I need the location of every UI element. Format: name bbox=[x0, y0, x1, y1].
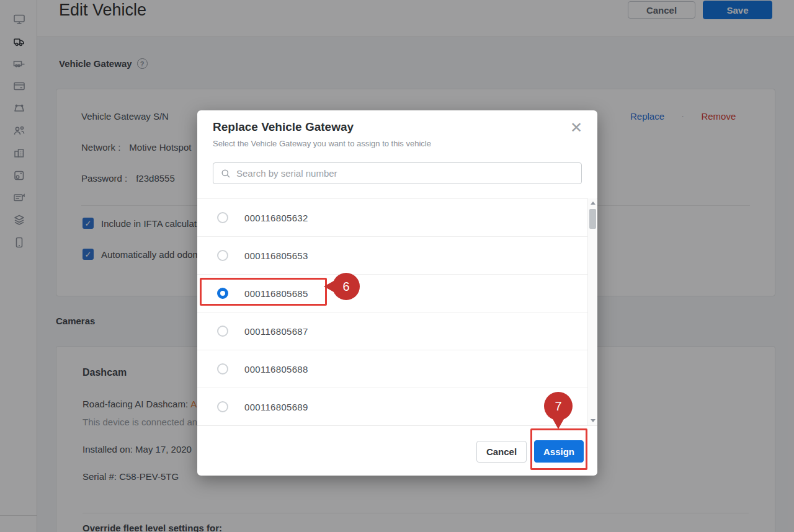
gateway-list: 000116805632 000116805653 000116805685 0… bbox=[197, 198, 597, 425]
callout-6-badge: 6 bbox=[332, 273, 360, 300]
highlight-rect-step6 bbox=[200, 278, 327, 306]
search-icon bbox=[221, 169, 231, 179]
serial-search-box bbox=[213, 162, 582, 184]
list-item[interactable]: 000116805653 bbox=[197, 237, 588, 275]
radio-button[interactable] bbox=[217, 212, 228, 223]
close-icon[interactable]: ✕ bbox=[570, 120, 582, 135]
list-item[interactable]: 000116805688 bbox=[197, 350, 588, 388]
serial-number: 000116805653 bbox=[244, 250, 308, 261]
serial-number: 000116805687 bbox=[244, 326, 308, 337]
modal-subtitle: Select the Vehicle Gateway you want to a… bbox=[213, 139, 431, 148]
scrollbar[interactable] bbox=[587, 198, 597, 425]
callout-7-badge: 7 bbox=[544, 392, 573, 420]
serial-number: 000116805688 bbox=[244, 364, 308, 375]
radio-button[interactable] bbox=[217, 401, 228, 412]
radio-button[interactable] bbox=[217, 250, 228, 261]
scroll-down-arrow-icon[interactable] bbox=[588, 416, 597, 425]
highlight-rect-step7 bbox=[530, 428, 587, 470]
radio-button[interactable] bbox=[217, 363, 228, 375]
search-input[interactable] bbox=[236, 168, 559, 179]
list-item[interactable]: 000116805687 bbox=[197, 313, 588, 350]
radio-button[interactable] bbox=[217, 326, 228, 337]
scrollbar-thumb[interactable] bbox=[589, 209, 596, 229]
modal-title: Replace Vehicle Gateway bbox=[213, 120, 354, 134]
serial-number: 000116805689 bbox=[244, 402, 308, 412]
callout-7-pointer bbox=[552, 418, 564, 429]
serial-number: 000116805632 bbox=[244, 213, 308, 223]
list-item[interactable]: 000116805632 bbox=[197, 199, 588, 237]
edit-vehicle-page: Edit Vehicle Cancel Save Vehicle Gateway… bbox=[0, 0, 794, 532]
list-item[interactable]: 000116805689 bbox=[197, 388, 588, 426]
scroll-up-arrow-icon[interactable] bbox=[588, 198, 597, 208]
modal-cancel-button[interactable]: Cancel bbox=[476, 441, 527, 463]
